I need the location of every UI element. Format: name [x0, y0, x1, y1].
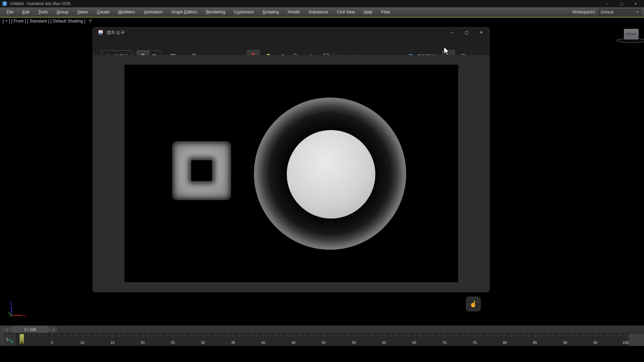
menu-item-rendering[interactable]: Rendering: [202, 7, 230, 17]
frame-tick: [300, 334, 300, 337]
3ds-max-logo-icon: 3: [2, 1, 7, 6]
captured-square-frame-object: [172, 141, 231, 200]
frame-tick-label: 35: [231, 341, 235, 345]
frame-tick: [571, 334, 572, 337]
frame-tick: [505, 334, 505, 337]
captured-image[interactable]: [124, 65, 458, 282]
frame-tick: [384, 334, 384, 337]
frame-tick: [88, 334, 89, 337]
frame-tick: [58, 334, 58, 337]
frame-tick-label: 30: [201, 341, 205, 345]
max-maximize-button[interactable]: ▢: [614, 0, 629, 7]
frame-tick: [52, 334, 52, 337]
track-bar-ruler[interactable]: 0510152025303540455055606570758085909510…: [16, 334, 629, 346]
timeline-drag-grip[interactable]: [0, 325, 3, 346]
frame-tick: [589, 334, 590, 337]
frame-tick: [523, 334, 523, 337]
menu-item-file[interactable]: File: [2, 7, 18, 17]
frame-tick: [312, 334, 312, 337]
menu-item-animation[interactable]: Animation: [140, 7, 167, 17]
menu-item-tools[interactable]: Tools: [34, 7, 52, 17]
frame-tick: [559, 334, 559, 337]
menu-item-graph-editors[interactable]: Graph Editors: [167, 7, 202, 17]
frame-tick: [167, 334, 167, 337]
frame-tick: [179, 334, 179, 337]
menu-item-modifiers[interactable]: Modifiers: [114, 7, 140, 17]
snip-maximize-button[interactable]: ▢: [459, 27, 474, 38]
frame-tick: [360, 334, 360, 337]
frame-tick: [155, 334, 155, 337]
frame-tick: [251, 334, 252, 337]
viewport-filter-icon[interactable]: [88, 19, 93, 23]
axis-z-label: Z: [10, 301, 12, 305]
frame-tick: [112, 334, 113, 337]
frame-tick: [372, 334, 372, 337]
frame-tick: [197, 334, 197, 337]
frame-tick: [378, 334, 378, 337]
screen: 3 Untitled - Autodesk 3ds Max 2026 ─ ▢ ✕…: [0, 0, 644, 362]
frame-tick: [239, 334, 239, 337]
frame-tick-label: 90: [563, 341, 567, 345]
snip-close-button[interactable]: ✕: [474, 27, 489, 38]
frame-tick: [396, 334, 396, 337]
frame-tick: [28, 334, 28, 337]
workspace-dropdown[interactable]: Default ▼: [598, 9, 641, 15]
frame-tick: [106, 334, 107, 337]
viewport-label[interactable]: [ + ] [ Front ] [ Standard ] [ Default S…: [3, 19, 86, 23]
frame-tick: [233, 334, 233, 337]
menu-item-help[interactable]: Help: [359, 7, 377, 17]
menu-item-customize[interactable]: Customize: [229, 7, 258, 17]
frame-tick: [613, 334, 614, 337]
menu-item-create[interactable]: Create: [93, 7, 114, 17]
frame-tick-label: 0: [21, 341, 23, 345]
frame-tick: [626, 334, 626, 337]
mini-curve-editor-button[interactable]: [3, 334, 16, 346]
max-titlebar: 3 Untitled - Autodesk 3ds Max 2026 ─ ▢ ✕: [0, 0, 644, 7]
frame-tick: [227, 334, 227, 337]
frame-tick: [620, 334, 620, 337]
frame-tick: [535, 334, 535, 337]
menu-item-edit[interactable]: Edit: [18, 7, 34, 17]
frame-tick: [595, 334, 596, 337]
frame-tick: [124, 334, 125, 337]
frame-tick: [577, 334, 578, 337]
track-bar-out-of-range: [629, 334, 644, 346]
menu-item-flow[interactable]: Flow: [377, 7, 394, 17]
frame-tick: [354, 334, 354, 337]
menu-item-views[interactable]: Views: [73, 7, 93, 17]
frame-tick: [426, 334, 427, 337]
frame-tick: [306, 334, 306, 337]
max-close-button[interactable]: ✕: [629, 0, 643, 7]
frame-tick: [287, 334, 288, 337]
frame-tick: [330, 334, 330, 337]
next-frame-button[interactable]: >: [51, 326, 57, 333]
frame-tick-label: 85: [533, 341, 537, 345]
frame-tick-label: 55: [352, 341, 356, 345]
viewcube-front-face[interactable]: FRONT: [624, 29, 639, 40]
snipping-tool-window: 캡처 도구 ─ ▢ ✕ 새 캡처: [93, 27, 490, 292]
time-slider-frame-display[interactable]: 0 / 100: [10, 326, 50, 333]
visual-search-button[interactable]: ☝: [466, 297, 481, 311]
viewcube[interactable]: FRONT: [616, 28, 644, 54]
frame-tick: [221, 334, 221, 337]
workspaces-label: Workspaces:: [573, 10, 596, 14]
menu-item-group[interactable]: Group: [52, 7, 73, 17]
frame-tick-label: 70: [442, 341, 446, 345]
frame-tick: [215, 334, 215, 337]
frame-tick-label: 25: [171, 341, 175, 345]
frame-tick-label: 75: [473, 341, 477, 345]
menu-item-civil-view[interactable]: Civil View: [332, 7, 359, 17]
frame-tick: [336, 334, 336, 337]
frame-tick: [161, 334, 161, 337]
menu-item-arnold[interactable]: Arnold: [283, 7, 304, 17]
frame-tick: [293, 334, 294, 337]
previous-frame-button[interactable]: <: [4, 326, 10, 333]
max-minimize-button[interactable]: ─: [600, 0, 614, 7]
frame-tick-label: 65: [412, 341, 416, 345]
menu-item-scripting[interactable]: Scripting: [258, 7, 283, 17]
frame-tick: [541, 334, 541, 337]
menu-item-substance[interactable]: Substance: [304, 7, 332, 17]
frame-tick: [149, 334, 149, 337]
snip-minimize-button[interactable]: ─: [444, 27, 459, 38]
frame-tick: [438, 334, 439, 337]
